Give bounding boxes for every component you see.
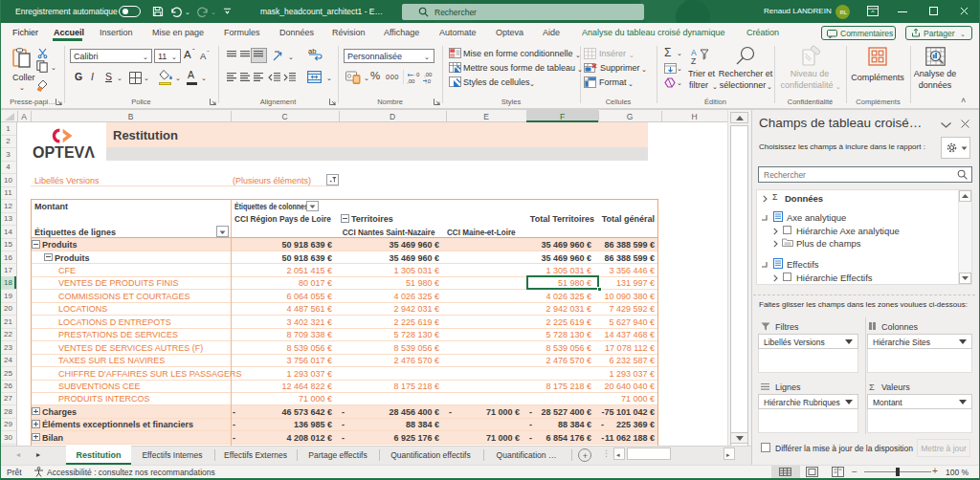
svg-text:Z: Z <box>691 56 696 66</box>
svg-text:←0: ←0 <box>411 72 420 77</box>
svg-text:,00: ,00 <box>407 78 415 84</box>
svg-text:,00: ,00 <box>424 72 433 77</box>
